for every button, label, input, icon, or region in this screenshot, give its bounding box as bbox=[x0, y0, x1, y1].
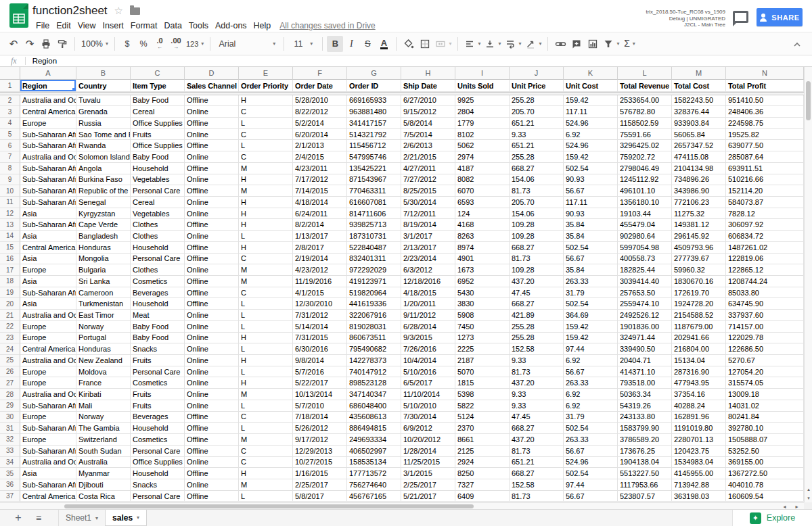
cell-h21[interactable]: 9/11/2012 bbox=[401, 310, 455, 321]
cell-a12[interactable]: Asia bbox=[20, 208, 76, 220]
cell-l22[interactable]: 1901836.00 bbox=[618, 321, 672, 333]
cell-m29[interactable]: 40288.24 bbox=[672, 400, 726, 412]
cell-c10[interactable]: Personal Care bbox=[131, 185, 185, 197]
cell-m6[interactable]: 2657347.52 bbox=[672, 140, 726, 151]
cell-k6[interactable]: 524.96 bbox=[564, 140, 618, 151]
cell-a1[interactable]: Region bbox=[20, 80, 76, 92]
row-header-31[interactable]: 31 bbox=[0, 423, 20, 434]
cell-j29[interactable]: 9.33 bbox=[510, 400, 564, 412]
cell-f27[interactable]: 5/22/2017 bbox=[293, 377, 347, 389]
cell-i19[interactable]: 5430 bbox=[455, 287, 510, 299]
font-select[interactable]: Arial▾ bbox=[215, 36, 279, 52]
cell-n4[interactable]: 224598.75 bbox=[726, 118, 804, 129]
cell-k36[interactable]: 97.44 bbox=[564, 479, 618, 491]
row-header-12[interactable]: 12 bbox=[0, 208, 20, 220]
cell-b20[interactable]: Turkmenistan bbox=[76, 298, 131, 310]
row-header-26[interactable]: 26 bbox=[0, 366, 20, 378]
cell-d27[interactable]: Online bbox=[185, 377, 239, 389]
cell-i34[interactable]: 2924 bbox=[455, 457, 510, 469]
cell-e12[interactable]: H bbox=[239, 208, 293, 220]
menu-item-view[interactable]: View bbox=[74, 20, 99, 32]
cell-l10[interactable]: 496101.10 bbox=[618, 185, 672, 197]
cell-l3[interactable]: 576782.80 bbox=[618, 106, 672, 118]
cell-j19[interactable]: 47.45 bbox=[510, 287, 564, 299]
cell-h6[interactable]: 2/6/2013 bbox=[401, 140, 455, 151]
cell-f36[interactable]: 2/25/2017 bbox=[293, 479, 347, 491]
cell-m8[interactable]: 2104134.98 bbox=[672, 163, 726, 174]
comment-history-icon[interactable] bbox=[733, 11, 748, 23]
cell-b6[interactable]: Rwanda bbox=[76, 140, 131, 151]
row-header-5[interactable]: 5 bbox=[0, 129, 20, 141]
cell-c22[interactable]: Baby Food bbox=[131, 321, 185, 333]
cell-a30[interactable]: Europe bbox=[20, 412, 76, 423]
cell-k34[interactable]: 524.96 bbox=[564, 457, 618, 469]
cell-c15[interactable]: Household bbox=[131, 242, 185, 254]
cell-k12[interactable]: 90.93 bbox=[564, 208, 618, 220]
cell-b37[interactable]: Costa Rica bbox=[76, 491, 131, 502]
cell-l5[interactable]: 75591.66 bbox=[618, 129, 672, 141]
cell-m23[interactable]: 202941.66 bbox=[672, 333, 726, 344]
row-header-33[interactable]: 33 bbox=[0, 446, 20, 457]
cell-f2[interactable]: 5/28/2010 bbox=[293, 95, 347, 107]
cell-f29[interactable]: 5/7/2010 bbox=[293, 400, 347, 412]
cell-h22[interactable]: 6/28/2014 bbox=[401, 321, 455, 333]
cell-f26[interactable]: 5/7/2016 bbox=[293, 366, 347, 378]
cell-c12[interactable]: Vegetables bbox=[131, 208, 185, 220]
cell-n15[interactable]: 1487261.02 bbox=[726, 242, 804, 254]
menu-item-data[interactable]: Data bbox=[160, 20, 185, 32]
cell-b12[interactable]: Kyrgyzstan bbox=[76, 208, 131, 220]
cell-e6[interactable]: L bbox=[239, 140, 293, 151]
cell-n24[interactable]: 122686.50 bbox=[726, 343, 804, 355]
cell-a5[interactable]: Sub-Saharan Africa bbox=[20, 129, 76, 141]
cell-m17[interactable]: 59960.32 bbox=[672, 264, 726, 276]
cell-n18[interactable]: 1208744.24 bbox=[726, 276, 804, 287]
format-currency-button[interactable]: $ bbox=[119, 36, 135, 52]
cell-e30[interactable]: C bbox=[239, 412, 293, 423]
cell-b33[interactable]: South Sudan bbox=[76, 446, 131, 457]
cell-j21[interactable]: 421.89 bbox=[510, 310, 564, 321]
cell-l28[interactable]: 50363.34 bbox=[618, 389, 672, 400]
formula-input[interactable]: Region bbox=[32, 57, 812, 65]
cell-f6[interactable]: 2/1/2013 bbox=[293, 140, 347, 151]
cell-b30[interactable]: Norway bbox=[76, 412, 131, 423]
cell-b27[interactable]: France bbox=[76, 377, 131, 389]
column-header-g[interactable]: G bbox=[347, 67, 401, 80]
cell-f4[interactable]: 5/2/2014 bbox=[293, 118, 347, 129]
cell-h20[interactable]: 1/20/2011 bbox=[401, 298, 455, 310]
cell-e11[interactable]: H bbox=[239, 197, 293, 208]
text-rotation-button[interactable]: ▾ bbox=[523, 36, 543, 52]
cell-i4[interactable]: 1779 bbox=[455, 118, 510, 129]
cell-j8[interactable]: 668.27 bbox=[510, 163, 564, 174]
cell-a15[interactable]: Central America bbox=[20, 242, 76, 254]
cell-d18[interactable]: Offline bbox=[185, 276, 239, 287]
cell-b25[interactable]: New Zealand bbox=[76, 355, 131, 366]
cell-e22[interactable]: L bbox=[239, 321, 293, 333]
cell-e37[interactable]: L bbox=[239, 491, 293, 502]
cell-n32[interactable]: 1505888.07 bbox=[726, 434, 804, 446]
cell-j4[interactable]: 651.21 bbox=[510, 118, 564, 129]
cell-l27[interactable]: 793518.00 bbox=[618, 377, 672, 389]
row-header-10[interactable]: 10 bbox=[0, 185, 20, 197]
cell-c33[interactable]: Personal Care bbox=[131, 446, 185, 457]
row-header-16[interactable]: 16 bbox=[0, 254, 20, 265]
cell-m11[interactable]: 772106.23 bbox=[672, 197, 726, 208]
cell-h37[interactable]: 5/21/2017 bbox=[401, 491, 455, 502]
cell-i29[interactable]: 5822 bbox=[455, 400, 510, 412]
cell-a16[interactable]: Asia bbox=[20, 254, 76, 265]
cell-n5[interactable]: 19525.82 bbox=[726, 129, 804, 141]
cell-h25[interactable]: 10/4/2014 bbox=[401, 355, 455, 366]
cell-c5[interactable]: Fruits bbox=[131, 129, 185, 141]
cell-m21[interactable]: 2154588.52 bbox=[672, 310, 726, 321]
cell-b36[interactable]: Djibouti bbox=[76, 479, 131, 491]
filter-button[interactable]: ▾ bbox=[601, 36, 621, 52]
cell-j20[interactable]: 668.27 bbox=[510, 298, 564, 310]
cell-m36[interactable]: 713942.88 bbox=[672, 479, 726, 491]
cell-j7[interactable]: 255.28 bbox=[510, 151, 564, 163]
cell-a10[interactable]: Sub-Saharan Africa bbox=[20, 185, 76, 197]
cell-c24[interactable]: Snacks bbox=[131, 343, 185, 355]
cell-m3[interactable]: 328376.44 bbox=[672, 106, 726, 118]
cell-h14[interactable]: 3/1/2017 bbox=[401, 231, 455, 242]
menu-item-format[interactable]: Format bbox=[127, 20, 161, 32]
cell-c29[interactable]: Fruits bbox=[131, 400, 185, 412]
cell-c27[interactable]: Cosmetics bbox=[131, 377, 185, 389]
